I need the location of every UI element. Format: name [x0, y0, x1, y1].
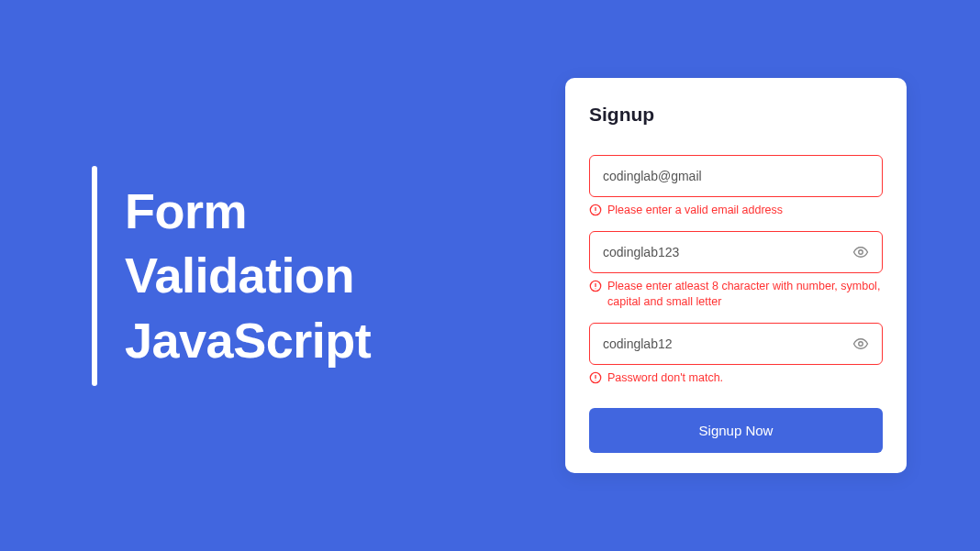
svg-point-10 [595, 380, 596, 380]
signup-button[interactable]: Signup Now [589, 408, 883, 453]
password-input[interactable] [589, 231, 883, 273]
svg-point-3 [859, 250, 863, 255]
password-error: Please enter atleast 8 character with nu… [589, 279, 883, 310]
hero-line-1: Form [125, 179, 371, 243]
password-field: Please enter atleast 8 character with nu… [589, 231, 883, 310]
confirm-password-error: Password don't match. [589, 370, 883, 386]
confirm-password-error-text: Password don't match. [607, 370, 723, 386]
hero-accent-bar [92, 166, 97, 386]
signup-card: Signup Please enter a valid email addres… [565, 78, 907, 473]
password-error-text: Please enter atleast 8 character with nu… [607, 279, 883, 310]
eye-icon[interactable] [852, 243, 870, 261]
error-icon [589, 204, 602, 216]
svg-point-2 [595, 213, 596, 214]
svg-point-6 [595, 288, 596, 289]
confirm-password-field: Password don't match. [589, 323, 883, 386]
hero-text: Form Validation JavaScript [125, 179, 371, 372]
email-error-text: Please enter a valid email address [607, 203, 783, 218]
confirm-password-input[interactable] [589, 323, 883, 365]
svg-point-7 [859, 342, 863, 347]
email-error: Please enter a valid email address [589, 203, 883, 218]
email-input[interactable] [589, 155, 883, 197]
eye-icon[interactable] [852, 335, 870, 353]
hero-line-3: JavaScript [125, 308, 371, 372]
email-field: Please enter a valid email address [589, 155, 883, 218]
error-icon [589, 280, 602, 292]
hero-title-section: Form Validation JavaScript [92, 166, 371, 386]
hero-line-2: Validation [125, 243, 371, 307]
error-icon [589, 371, 602, 384]
form-title: Signup [589, 104, 883, 126]
